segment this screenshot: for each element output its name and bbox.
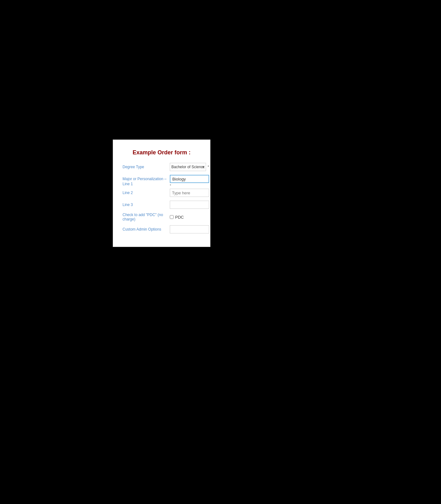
line3-row: Line 3 [123, 201, 201, 209]
line3-input[interactable] [170, 201, 209, 209]
degree-required-star: * [208, 165, 209, 169]
custom-admin-row: Custom Admin Options [123, 225, 201, 233]
line3-label: Line 3 [123, 201, 170, 208]
degree-type-select-wrapper: Bachelor of Science Master of Science Ba… [170, 163, 206, 171]
line2-row: Line 2 [123, 189, 201, 197]
degree-type-row: Degree Type Bachelor of Science Master o… [123, 163, 201, 171]
custom-admin-field [170, 225, 209, 233]
order-form: Example Order form : Degree Type Bachelo… [113, 140, 210, 247]
major-required-star: * [170, 184, 209, 187]
line2-label: Line 2 [123, 189, 170, 196]
pdc-label: Check to add "PDC" (no charge) [123, 213, 170, 221]
line2-input[interactable] [170, 189, 209, 197]
degree-type-label: Degree Type [123, 165, 170, 169]
form-title: Example Order form : [123, 149, 201, 156]
pdc-checkbox-label: PDC [175, 215, 184, 220]
degree-type-select[interactable]: Bachelor of Science Master of Science Ba… [170, 163, 206, 171]
custom-admin-input[interactable] [170, 225, 209, 233]
pdc-checkbox-wrapper: PDC [170, 215, 184, 220]
line3-field [170, 201, 209, 209]
pdc-row: Check to add "PDC" (no charge) PDC [123, 213, 201, 221]
major-line1-field: * [170, 175, 209, 187]
line2-field [170, 189, 209, 197]
major-line1-row: Major or Personalization – Line 1 * [123, 175, 201, 187]
pdc-checkbox[interactable] [170, 215, 174, 219]
major-line1-label: Major or Personalization – Line 1 [123, 175, 170, 186]
major-line1-input[interactable] [170, 175, 209, 183]
custom-admin-label: Custom Admin Options [123, 225, 170, 232]
